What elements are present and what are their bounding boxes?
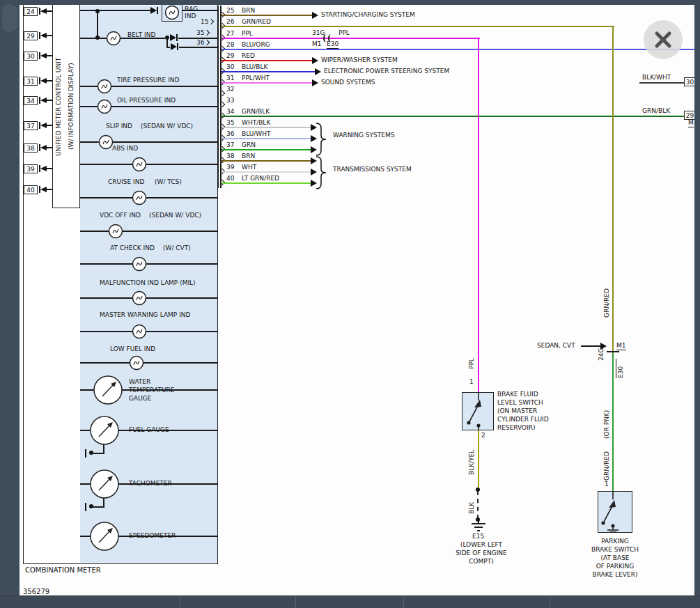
dest-starting-label: STARTING/CHARGING SYSTEM (321, 11, 415, 18)
diode-arrow-icon (40, 8, 47, 14)
indicator-label: ABS IND (112, 145, 138, 152)
wire-label: BLU/WHT (242, 130, 271, 137)
arrow-icon (312, 57, 318, 64)
wire-label: BLK/YEL (468, 440, 475, 475)
taskbar-separator (550, 597, 550, 607)
lamp-icon (131, 156, 148, 173)
grn-blk-label: GRN/BLK (642, 107, 670, 114)
wire-label: GRN (242, 141, 256, 148)
terminal-bar-icon (85, 503, 86, 511)
ground-note: (LOWER LEFT (442, 541, 520, 548)
diode-arrow-icon (40, 98, 47, 103)
wire-segment (80, 331, 217, 332)
wire-label: PPL (468, 352, 475, 369)
parking-brake-switch-label: (AT BASE (566, 554, 664, 561)
diode-arrow-icon (40, 78, 47, 84)
parking-brake-switch-label: OF PARKING (566, 563, 664, 570)
pin-number: 35 (196, 29, 204, 36)
arrow-icon (315, 68, 321, 75)
lamp-icon (107, 223, 124, 240)
wire-label: WHT (242, 164, 256, 171)
pin-number: 28 (226, 41, 234, 48)
lamp-icon (131, 189, 148, 206)
indicator-note: (SEDAN W/ VDC) (141, 123, 193, 130)
pin-number: 36 (196, 39, 204, 46)
inline-connector-label: E30 (327, 40, 339, 49)
diode-arrow-icon (40, 53, 47, 59)
brace-icon (315, 156, 329, 189)
lamp-icon (105, 30, 122, 47)
junction-dot (95, 9, 100, 13)
wire-segment (47, 35, 52, 36)
diode-arrow-icon (150, 7, 157, 14)
ground-icon (472, 523, 485, 524)
terminal-dot (89, 451, 93, 455)
wire-lt-grn-red (221, 182, 311, 184)
sedan-cvt-label: SEDAN, CVT (537, 342, 575, 349)
wire-label: GRN/RED (242, 18, 271, 25)
wire-label: BRN (242, 7, 255, 14)
left-pin-number: 34 (24, 96, 38, 105)
lamp-icon (131, 290, 148, 306)
pin-number: 36 (226, 130, 234, 137)
diode-arrow-icon (40, 187, 47, 192)
left-pin-number: 24 (24, 7, 38, 16)
indicator-label: SLIP IND (106, 123, 132, 130)
ground-note: COMPT) (442, 558, 520, 565)
indicator-label: LOW FUEL IND (110, 345, 155, 352)
wire-wht (221, 171, 311, 173)
wire-segment (47, 147, 52, 148)
wire-grn-red (221, 26, 614, 27)
brace-icon (315, 123, 329, 156)
left-panel (0, 0, 20, 608)
wire-ppl (221, 38, 480, 39)
wire-segment (80, 197, 217, 198)
wire-segment (80, 297, 217, 299)
left-pin-number: 38 (24, 143, 38, 153)
wire-segment (47, 189, 52, 190)
wire-segment (80, 10, 150, 11)
gauge-icon (89, 521, 120, 552)
left-pin-number: 29 (24, 31, 38, 40)
ground-note: SIDE OF ENGINE (442, 549, 520, 556)
wire-segment (80, 164, 217, 165)
wire-segment (47, 80, 52, 81)
unit-sublabel: (W/ INFORMATION DISPLAY) (68, 8, 75, 205)
gauge-icon (93, 375, 123, 405)
diode-arrow-icon (170, 34, 176, 41)
pin-number: 39 (226, 164, 234, 171)
indicator-note: (W/ CVT) (163, 244, 191, 251)
wire-label: BLK (468, 494, 475, 514)
wire-segment (80, 263, 217, 265)
lamp-icon (128, 354, 145, 371)
unit-label: UNIFIED METER CONTROL UNIT (55, 8, 62, 205)
brake-fluid-switch-label: BRAKE FLUID (497, 391, 538, 398)
wire-blu-org (221, 49, 694, 50)
left-pin-number: 39 (24, 164, 38, 173)
wire-red (221, 60, 312, 61)
wire-brn (221, 15, 312, 16)
dest-sound-label: SOUND SYSTEMS (321, 79, 375, 86)
indicator-note: (W/ TCS) (155, 178, 182, 185)
wire-label: GRN/RED (603, 442, 610, 481)
diagram-viewer: COMBINATION METER UNIFIED METER CONTROL … (0, 0, 700, 608)
diode-arrow-icon (171, 43, 177, 50)
wire-ppl-vertical (478, 38, 479, 392)
connector-24g-label: 24G (598, 341, 605, 361)
taskbar[interactable] (0, 595, 700, 608)
doc-number: 356279 (23, 588, 49, 595)
wire-segment (80, 231, 217, 232)
wire-segment (93, 506, 104, 508)
blk-wht-label: BLK/WHT (642, 74, 671, 81)
close-button[interactable] (644, 20, 683, 59)
pin-number: 37 (226, 141, 234, 148)
wire-segment (47, 168, 52, 169)
scrollbar-thumb[interactable] (2, 4, 17, 32)
indicator-label: MALFUNCTION IND LAMP (MIL) (100, 279, 196, 286)
wire-blk-yel (478, 430, 479, 489)
wire-blk-dashed (477, 491, 479, 519)
pin-number: 2 (481, 432, 485, 439)
ground-icon (477, 530, 480, 531)
close-icon (644, 20, 683, 59)
wire-label: PPL/WHT (242, 75, 270, 81)
